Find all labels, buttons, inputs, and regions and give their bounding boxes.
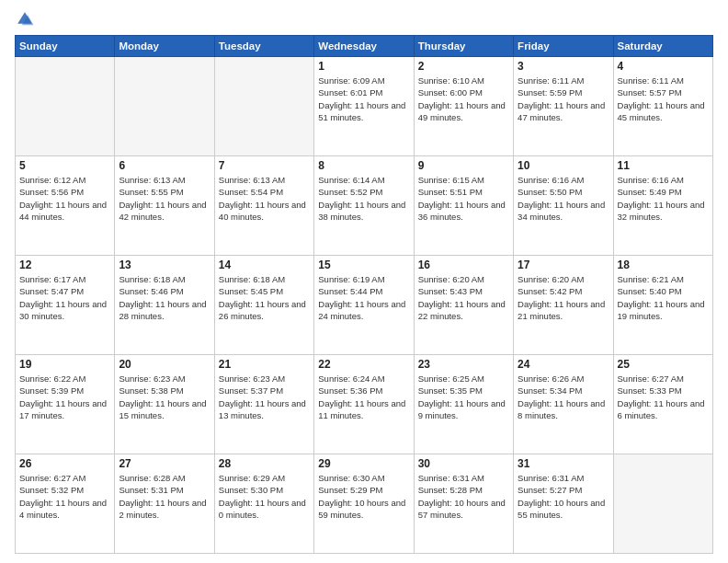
day-number: 8 bbox=[318, 159, 409, 172]
calendar-cell: 28Sunrise: 6:29 AMSunset: 5:30 PMDayligh… bbox=[214, 454, 313, 554]
calendar: SundayMondayTuesdayWednesdayThursdayFrid… bbox=[15, 35, 713, 554]
day-header-wednesday: Wednesday bbox=[314, 36, 414, 57]
sunrise-text: Sunrise: 6:30 AM bbox=[318, 472, 409, 484]
daylight-text: Daylight: 11 hours and 28 minutes. bbox=[119, 298, 210, 323]
calendar-cell: 19Sunrise: 6:22 AMSunset: 5:39 PMDayligh… bbox=[16, 355, 115, 454]
header bbox=[15, 9, 713, 29]
calendar-cell bbox=[16, 57, 115, 156]
day-number: 16 bbox=[418, 259, 509, 271]
daylight-text: Daylight: 11 hours and 34 minutes. bbox=[518, 199, 609, 224]
daylight-text: Daylight: 11 hours and 38 minutes. bbox=[318, 199, 409, 224]
day-number: 11 bbox=[618, 159, 709, 172]
sunrise-text: Sunrise: 6:31 AM bbox=[418, 472, 509, 484]
sunset-text: Sunset: 5:42 PM bbox=[518, 285, 609, 297]
daylight-text: Daylight: 11 hours and 22 minutes. bbox=[418, 298, 509, 323]
day-number: 5 bbox=[19, 159, 110, 172]
sunrise-text: Sunrise: 6:22 AM bbox=[19, 373, 110, 385]
daylight-text: Daylight: 11 hours and 17 minutes. bbox=[19, 397, 110, 422]
sunset-text: Sunset: 5:43 PM bbox=[418, 285, 509, 297]
sunset-text: Sunset: 5:31 PM bbox=[119, 484, 210, 496]
sunset-text: Sunset: 5:57 PM bbox=[618, 86, 709, 98]
sunset-text: Sunset: 5:59 PM bbox=[518, 86, 609, 98]
daylight-text: Daylight: 10 hours and 55 minutes. bbox=[518, 497, 609, 522]
week-row-2: 5Sunrise: 6:12 AMSunset: 5:56 PMDaylight… bbox=[16, 156, 713, 256]
calendar-cell: 11Sunrise: 6:16 AMSunset: 5:49 PMDayligh… bbox=[613, 156, 712, 256]
daylight-text: Daylight: 11 hours and 30 minutes. bbox=[19, 298, 110, 323]
sunrise-text: Sunrise: 6:12 AM bbox=[19, 174, 110, 186]
calendar-cell: 30Sunrise: 6:31 AMSunset: 5:28 PMDayligh… bbox=[414, 454, 513, 554]
day-number: 2 bbox=[418, 60, 509, 73]
daylight-text: Daylight: 11 hours and 11 minutes. bbox=[318, 397, 409, 422]
sunset-text: Sunset: 5:38 PM bbox=[119, 385, 210, 396]
day-number: 26 bbox=[19, 457, 110, 470]
header-row: SundayMondayTuesdayWednesdayThursdayFrid… bbox=[16, 36, 713, 57]
day-number: 17 bbox=[518, 259, 609, 271]
sunrise-text: Sunrise: 6:27 AM bbox=[19, 472, 110, 484]
day-number: 30 bbox=[418, 457, 509, 470]
logo bbox=[15, 9, 37, 29]
sunset-text: Sunset: 5:49 PM bbox=[618, 186, 709, 198]
daylight-text: Daylight: 11 hours and 2 minutes. bbox=[119, 497, 210, 522]
page: SundayMondayTuesdayWednesdayThursdayFrid… bbox=[0, 0, 728, 563]
calendar-cell: 23Sunrise: 6:25 AMSunset: 5:35 PMDayligh… bbox=[414, 355, 513, 454]
calendar-cell: 14Sunrise: 6:18 AMSunset: 5:45 PMDayligh… bbox=[214, 256, 313, 355]
daylight-text: Daylight: 11 hours and 49 minutes. bbox=[418, 99, 509, 124]
calendar-cell: 22Sunrise: 6:24 AMSunset: 5:36 PMDayligh… bbox=[314, 355, 414, 454]
sunrise-text: Sunrise: 6:29 AM bbox=[219, 472, 310, 484]
calendar-cell: 24Sunrise: 6:26 AMSunset: 5:34 PMDayligh… bbox=[514, 355, 613, 454]
day-number: 9 bbox=[418, 159, 509, 172]
calendar-cell: 4Sunrise: 6:11 AMSunset: 5:57 PMDaylight… bbox=[613, 57, 712, 156]
calendar-cell: 6Sunrise: 6:13 AMSunset: 5:55 PMDaylight… bbox=[115, 156, 214, 256]
daylight-text: Daylight: 11 hours and 4 minutes. bbox=[19, 497, 110, 522]
calendar-cell: 9Sunrise: 6:15 AMSunset: 5:51 PMDaylight… bbox=[414, 156, 513, 256]
sunset-text: Sunset: 5:52 PM bbox=[318, 186, 409, 198]
sunrise-text: Sunrise: 6:09 AM bbox=[318, 75, 409, 86]
week-row-3: 12Sunrise: 6:17 AMSunset: 5:47 PMDayligh… bbox=[16, 256, 713, 355]
calendar-cell: 12Sunrise: 6:17 AMSunset: 5:47 PMDayligh… bbox=[16, 256, 115, 355]
day-number: 13 bbox=[119, 259, 210, 271]
sunset-text: Sunset: 5:33 PM bbox=[618, 385, 709, 396]
day-number: 28 bbox=[219, 457, 310, 470]
calendar-cell: 7Sunrise: 6:13 AMSunset: 5:54 PMDaylight… bbox=[214, 156, 313, 256]
sunset-text: Sunset: 5:30 PM bbox=[219, 484, 310, 496]
day-number: 29 bbox=[318, 457, 409, 470]
daylight-text: Daylight: 11 hours and 47 minutes. bbox=[518, 99, 609, 124]
sunrise-text: Sunrise: 6:23 AM bbox=[119, 373, 210, 385]
day-header-sunday: Sunday bbox=[16, 36, 115, 57]
daylight-text: Daylight: 11 hours and 42 minutes. bbox=[119, 199, 210, 224]
sunrise-text: Sunrise: 6:18 AM bbox=[119, 273, 210, 285]
sunrise-text: Sunrise: 6:17 AM bbox=[19, 273, 110, 285]
sunrise-text: Sunrise: 6:15 AM bbox=[418, 174, 509, 186]
sunrise-text: Sunrise: 6:31 AM bbox=[518, 472, 609, 484]
sunset-text: Sunset: 5:54 PM bbox=[219, 186, 310, 198]
daylight-text: Daylight: 11 hours and 40 minutes. bbox=[219, 199, 310, 224]
calendar-cell: 31Sunrise: 6:31 AMSunset: 5:27 PMDayligh… bbox=[514, 454, 613, 554]
sunrise-text: Sunrise: 6:16 AM bbox=[518, 174, 609, 186]
daylight-text: Daylight: 11 hours and 19 minutes. bbox=[618, 298, 709, 323]
calendar-cell: 18Sunrise: 6:21 AMSunset: 5:40 PMDayligh… bbox=[613, 256, 712, 355]
sunset-text: Sunset: 5:36 PM bbox=[318, 385, 409, 396]
week-row-4: 19Sunrise: 6:22 AMSunset: 5:39 PMDayligh… bbox=[16, 355, 713, 454]
day-number: 18 bbox=[618, 259, 709, 271]
day-number: 20 bbox=[119, 358, 210, 371]
daylight-text: Daylight: 10 hours and 57 minutes. bbox=[418, 497, 509, 522]
sunset-text: Sunset: 5:56 PM bbox=[19, 186, 110, 198]
calendar-cell: 20Sunrise: 6:23 AMSunset: 5:38 PMDayligh… bbox=[115, 355, 214, 454]
daylight-text: Daylight: 11 hours and 21 minutes. bbox=[518, 298, 609, 323]
sunrise-text: Sunrise: 6:11 AM bbox=[518, 75, 609, 86]
calendar-cell: 16Sunrise: 6:20 AMSunset: 5:43 PMDayligh… bbox=[414, 256, 513, 355]
sunset-text: Sunset: 5:47 PM bbox=[19, 285, 110, 297]
sunset-text: Sunset: 5:50 PM bbox=[518, 186, 609, 198]
sunset-text: Sunset: 5:46 PM bbox=[119, 285, 210, 297]
sunset-text: Sunset: 5:45 PM bbox=[219, 285, 310, 297]
sunrise-text: Sunrise: 6:26 AM bbox=[518, 373, 609, 385]
daylight-text: Daylight: 11 hours and 24 minutes. bbox=[318, 298, 409, 323]
sunset-text: Sunset: 5:44 PM bbox=[318, 285, 409, 297]
day-number: 21 bbox=[219, 358, 310, 371]
logo-icon bbox=[15, 9, 35, 29]
sunrise-text: Sunrise: 6:16 AM bbox=[618, 174, 709, 186]
daylight-text: Daylight: 10 hours and 59 minutes. bbox=[318, 497, 409, 522]
daylight-text: Daylight: 11 hours and 15 minutes. bbox=[119, 397, 210, 422]
sunset-text: Sunset: 5:39 PM bbox=[19, 385, 110, 396]
sunset-text: Sunset: 5:40 PM bbox=[618, 285, 709, 297]
